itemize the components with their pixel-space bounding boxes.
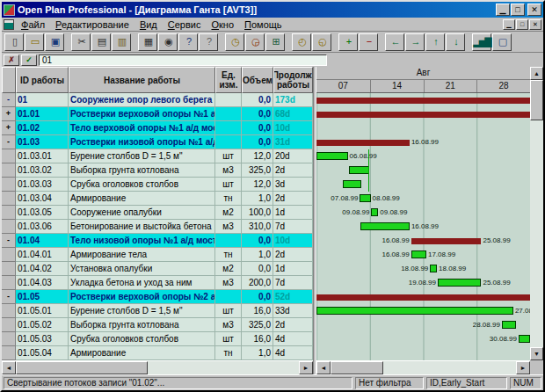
table-row-01.03.03[interactable]: 01.03.03Срубка оголовков столбовшт12,03d (2, 178, 313, 192)
task-bar[interactable] (430, 265, 437, 272)
close-button[interactable]: ✕ (527, 4, 541, 16)
mdi-restore-button[interactable]: □ (516, 19, 528, 30)
table-row-01.03[interactable]: -01.03Ростверки низовой опоры №1 а/д м0,… (2, 135, 313, 149)
collapse-toggle[interactable]: + (2, 121, 16, 135)
column-header-duration[interactable]: Продолж. работы (273, 67, 313, 93)
edit-input[interactable] (39, 54, 327, 66)
minimize-button[interactable]: ▁ (496, 4, 510, 16)
table-row-01.03.05[interactable]: 01.03.05Сооружение опалубким2100,01d (2, 206, 313, 220)
scroll-track[interactable] (530, 80, 543, 347)
vertical-scrollbar[interactable]: ▲ ▼ (530, 67, 543, 374)
barchart-view-button[interactable]: ▂▅▇ (472, 33, 491, 51)
context-help-button[interactable]: ? (199, 33, 218, 51)
resource-analysis-button[interactable]: ◶ (245, 33, 265, 51)
document-icon[interactable] (4, 19, 14, 30)
table-row-01.05.03[interactable]: 01.05.03Срубка оголовков столбовшт16,04d (2, 332, 313, 346)
mdi-close-button[interactable]: ✕ (529, 19, 541, 30)
move-down-button[interactable]: ↓ (446, 33, 465, 51)
scroll-right-button[interactable]: ► (299, 361, 313, 374)
scroll-track[interactable] (331, 361, 516, 374)
task-bar[interactable] (438, 279, 481, 287)
maximize-button[interactable]: □ (511, 4, 525, 16)
table-row-01.03.04[interactable]: 01.03.04Армированиетн1,02d (2, 192, 313, 206)
table-row-01.05[interactable]: -01.05Ростверки верховой опоры №2 а/д0,0… (2, 290, 313, 304)
clock-early-button[interactable]: ◴ (292, 33, 311, 51)
clock-late-button[interactable]: ◵ (312, 33, 331, 51)
collapse-toggle[interactable]: - (2, 290, 16, 304)
table-row-01.01[interactable]: +01.01Ростверки верховой опоры №1 а/д0,0… (2, 107, 313, 121)
copy-button[interactable]: ▤ (91, 33, 111, 51)
task-bar[interactable] (343, 180, 362, 188)
column-header-name[interactable]: Название работы (69, 67, 215, 93)
add-activity-button[interactable]: + (338, 33, 358, 51)
help-button[interactable]: ? (178, 33, 198, 51)
scroll-left-button[interactable]: ◄ (2, 361, 16, 374)
collapse-toggle[interactable]: + (2, 107, 16, 121)
gantt-h-scrollbar[interactable]: ◄ ► (316, 360, 530, 374)
summary-bar[interactable] (316, 294, 530, 301)
menu-service[interactable]: Сервис (163, 18, 207, 31)
task-bar[interactable] (316, 307, 513, 315)
paste-button[interactable]: ▥ (112, 33, 131, 51)
task-bar[interactable] (411, 250, 426, 258)
table-row-01.03.01[interactable]: 01.03.01Бурение столбов D = 1,5 м"шт12,0… (2, 149, 313, 163)
column-header-id[interactable]: ID работы (16, 67, 69, 93)
new-button[interactable]: ▯ (4, 33, 24, 51)
collapse-toggle[interactable]: - (2, 93, 16, 107)
scroll-up-button[interactable]: ▲ (530, 67, 543, 80)
task-bar[interactable] (371, 208, 378, 216)
menu-view[interactable]: Вид (134, 18, 163, 31)
menu-file[interactable]: Файл (16, 18, 50, 31)
cancel-edit-button[interactable]: ✗ (4, 54, 19, 66)
scroll-track[interactable] (16, 361, 299, 374)
task-bar[interactable] (519, 335, 530, 343)
summary-bar[interactable] (316, 140, 410, 146)
outdent-button[interactable]: ← (385, 33, 404, 51)
task-bar[interactable] (316, 152, 348, 160)
scroll-thumb[interactable] (331, 361, 383, 374)
collapse-toggle[interactable]: - (2, 135, 16, 149)
print-preview-button[interactable]: ◉ (158, 33, 178, 51)
confirm-edit-button[interactable]: ✓ (21, 54, 37, 66)
task-bar[interactable] (502, 321, 516, 329)
task-bar[interactable] (349, 166, 369, 174)
scroll-right-button[interactable]: ► (516, 361, 530, 374)
open-button[interactable]: ▭ (25, 33, 44, 51)
task-bar[interactable] (360, 222, 410, 230)
summary-bar[interactable] (316, 98, 530, 104)
spreadsheet-button[interactable]: ⊞ (265, 33, 285, 51)
task-bar[interactable] (360, 194, 370, 202)
table-row-01.03.02[interactable]: 01.03.02Выборка грунта котлованам3325,02… (2, 163, 313, 178)
save-button[interactable]: ▣ (45, 33, 64, 51)
table-row-01[interactable]: -01Сооружение опор левого берега0,0173d (2, 93, 313, 107)
summary-bar[interactable] (411, 238, 482, 244)
table-row-01.04.01[interactable]: 01.04.01Армирование телатн1,02d (2, 248, 313, 262)
mdi-minimize-button[interactable]: ▁ (503, 19, 515, 30)
menu-window[interactable]: Окно (206, 18, 239, 31)
table-row-01.05.04[interactable]: 01.05.04Армированиетн1,04d (2, 346, 313, 360)
network-view-button[interactable]: ▢ (492, 33, 512, 51)
scroll-left-button[interactable]: ◄ (316, 361, 331, 374)
cut-button[interactable]: ✂ (71, 33, 91, 51)
table-row-01.05.02[interactable]: 01.05.02Выборка грунта котлованам3325,02… (2, 318, 313, 332)
table-row-01.04.02[interactable]: 01.04.02Установка опалубким20,01d (2, 262, 313, 276)
scroll-thumb[interactable] (530, 80, 543, 120)
print-button[interactable]: ▦ (138, 33, 157, 51)
table-row-01.03.06[interactable]: 01.03.06Бетонирование и выстойка бетонам… (2, 220, 313, 234)
column-header-volume[interactable]: Объем (242, 67, 273, 93)
scroll-down-button[interactable]: ▼ (530, 347, 543, 360)
menu-help[interactable]: Помощь (239, 18, 287, 31)
menu-edit[interactable]: Редактирование (50, 18, 134, 31)
time-analysis-button[interactable]: ◷ (225, 33, 244, 51)
table-row-01.04.03[interactable]: 01.04.03Укладка бетона и уход за нимм320… (2, 276, 313, 290)
collapse-toggle[interactable]: - (2, 234, 16, 248)
delete-activity-button[interactable]: − (359, 33, 378, 51)
table-row-01.02[interactable]: +01.02Тело верховой опоры №1 а/д моста0,… (2, 121, 313, 135)
table-row-01.04[interactable]: -01.04Тело низовой опоры №1 а/д моста0,0… (2, 234, 313, 248)
summary-bar[interactable] (316, 112, 530, 118)
move-up-button[interactable]: ↑ (425, 33, 445, 51)
scroll-thumb[interactable] (16, 361, 148, 374)
table-row-01.05.01[interactable]: 01.05.01Бурение столбов D = 1,5 м"шт16,0… (2, 304, 313, 318)
app-icon[interactable] (4, 4, 15, 16)
column-header-unit[interactable]: Ед. изм. (215, 67, 242, 93)
